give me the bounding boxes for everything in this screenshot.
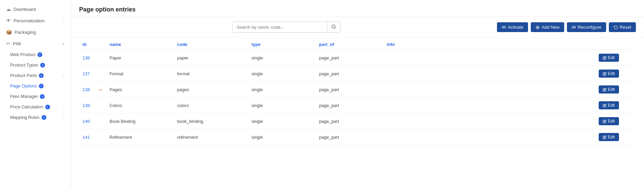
cell-part-of: page_part (316, 98, 383, 113)
info-icon: i (45, 105, 50, 109)
add-icon: ⊕ (535, 25, 540, 30)
edit-button[interactable]: Edit (599, 101, 619, 109)
cell-type: single (248, 129, 316, 145)
cell-actions: Edit (595, 129, 636, 145)
col-header-name[interactable]: name (106, 38, 174, 50)
table-container: id name code type part_of info (71, 38, 644, 187)
page-title: Page option entries (79, 6, 636, 13)
product-parts-label: Product Parts (10, 73, 37, 78)
table-row: 139 Colors colors single page_part Edit (79, 98, 636, 113)
toolbar-search (79, 22, 494, 33)
dashboard-icon: ☁ (6, 6, 11, 12)
cell-name: Book Binding (106, 113, 174, 129)
col-header-code[interactable]: code (174, 38, 248, 50)
sidebar-item-product-parts[interactable]: Product Parts i › (0, 70, 71, 81)
reset-label: Reset (620, 25, 631, 30)
search-input[interactable] (233, 22, 327, 32)
col-header-part-of[interactable]: part_of (316, 38, 383, 50)
edit-button[interactable]: Edit (599, 54, 619, 62)
table-header-row: id name code type part_of info (79, 38, 636, 50)
edit-icon (603, 72, 606, 76)
cell-info (383, 50, 595, 66)
cell-actions: Edit (595, 98, 636, 113)
cell-part-of: page_part (316, 50, 383, 66)
reset-icon (614, 25, 618, 29)
edit-icon (603, 88, 606, 91)
table-row: 136 Paper paper single page_part Edit (79, 50, 636, 66)
price-calculation-label: Price Calculation (10, 104, 43, 109)
cell-part-of: page_part (316, 129, 383, 145)
cell-info (383, 66, 595, 82)
search-button[interactable] (327, 22, 340, 32)
table-row: 137 Format format single page_part Edit (79, 66, 636, 82)
sidebar-item-label: Personalization (14, 18, 45, 23)
sidebar-item-mapping-rules[interactable]: Mapping Rules i › (0, 112, 71, 123)
reconfigure-icon (572, 25, 576, 29)
activate-label: Activate (508, 25, 523, 30)
sidebar-item-label: Dashboard (14, 7, 36, 12)
col-header-info[interactable]: info (383, 38, 595, 50)
col-header-type[interactable]: type (248, 38, 316, 50)
cell-info (383, 113, 595, 129)
edit-icon (603, 119, 606, 123)
toolbar: Activate ⊕ Add New Reconfigure Reset (71, 17, 644, 38)
cell-name: Paper (106, 50, 174, 66)
cell-id: 136 (79, 50, 106, 66)
table-row: 141 Refinement refinement single page_pa… (79, 129, 636, 145)
cell-name: Refinement (106, 129, 174, 145)
sidebar-item-web-product[interactable]: Web Product i (0, 49, 71, 60)
cell-info (383, 82, 595, 98)
mapping-rules-label: Mapping Rules (10, 115, 40, 120)
add-new-button[interactable]: ⊕ Add New (531, 22, 564, 32)
cell-actions: Edit (595, 50, 636, 66)
edit-button[interactable]: Edit (599, 70, 619, 78)
chevron-right-icon: › (63, 115, 65, 119)
web-product-label: Web Product (10, 52, 35, 57)
cell-actions: Edit (595, 113, 636, 129)
cell-id: 141 (79, 129, 106, 145)
cell-code: colors (174, 98, 248, 113)
cell-part-of: page_part (316, 113, 383, 129)
chevron-right-icon: › (63, 74, 65, 78)
edit-button[interactable]: Edit (599, 133, 619, 141)
svg-line-1 (335, 28, 336, 29)
table-row: 138 → Pages pages single page_part Edit (79, 82, 636, 98)
activate-icon (502, 25, 506, 29)
cell-actions: Edit (595, 82, 636, 98)
sidebar-item-page-options[interactable]: Page Options i (0, 81, 71, 91)
chevron-right-icon: › (63, 105, 65, 109)
search-icon (331, 24, 336, 29)
sidebar-item-dashboard[interactable]: ☁ Dashboard (0, 3, 71, 15)
chevron-down-icon: ∨ (62, 42, 65, 46)
col-header-actions (595, 38, 636, 50)
sidebar-item-product-types[interactable]: Product Types i (0, 60, 71, 70)
col-header-id[interactable]: id (79, 38, 106, 50)
chevron-right-icon: › (63, 19, 65, 23)
sidebar-item-packaging[interactable]: 📦 Packaging › (0, 26, 71, 38)
cell-info (383, 129, 595, 145)
info-icon: i (38, 52, 42, 57)
cell-id: 137 (79, 66, 106, 82)
cell-code: book_binding (174, 113, 248, 129)
edit-button[interactable]: Edit (599, 85, 619, 94)
info-icon: i (40, 63, 45, 68)
reset-button[interactable]: Reset (609, 22, 636, 32)
cell-code: format (174, 66, 248, 82)
main-content: Page option entries Activate ⊕ (71, 0, 644, 187)
cell-type: single (248, 50, 316, 66)
page-options-label: Page Options (10, 83, 37, 88)
activate-button[interactable]: Activate (497, 22, 528, 32)
edit-button[interactable]: Edit (599, 117, 619, 125)
product-types-label: Product Types (10, 62, 38, 68)
sidebar-item-personalization[interactable]: 👁 Personalization › (0, 15, 71, 26)
cell-type: single (248, 113, 316, 129)
info-icon: i (40, 94, 45, 99)
search-wrapper (232, 22, 340, 33)
sidebar-item-files-manager[interactable]: Files Manager i (0, 91, 71, 102)
cell-name: Format (106, 66, 174, 82)
reconfigure-button[interactable]: Reconfigure (567, 22, 606, 32)
cell-type: single (248, 98, 316, 113)
add-new-label: Add New (542, 25, 559, 30)
sidebar-item-price-calculation[interactable]: Price Calculation i › (0, 102, 71, 112)
sidebar-item-pim[interactable]: ✂ PIM ∨ (0, 38, 71, 49)
